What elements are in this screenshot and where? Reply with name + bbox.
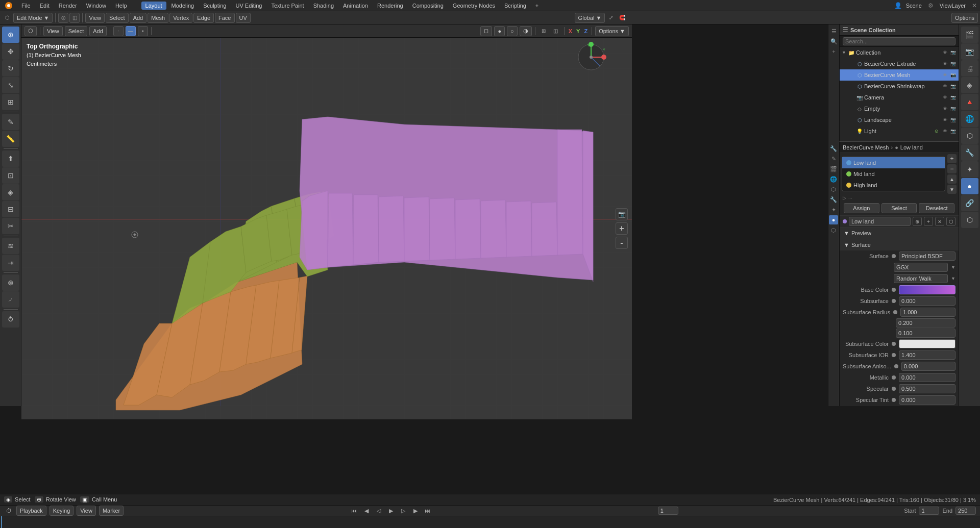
edge-btn[interactable]: Edge [193, 13, 214, 23]
light-visibility[interactable]: 👁 [941, 128, 948, 135]
modifier-prop-icon[interactable]: 🔧 [829, 195, 838, 204]
landscape-visibility[interactable]: 👁 [941, 116, 948, 123]
landscape-render[interactable]: 📷 [949, 116, 957, 123]
assign-btn[interactable]: Assign [844, 203, 879, 213]
select-mat-btn[interactable]: Select [881, 203, 917, 213]
preview-section-header[interactable]: ▼ Preview [840, 228, 959, 239]
material-unlink-btn[interactable]: ✕ [935, 217, 944, 226]
mode-dropdown[interactable]: Edit Mode ▼ [13, 13, 53, 23]
transform-icon[interactable]: ⤢ [606, 13, 616, 23]
camera-visibility[interactable]: 👁 [941, 94, 948, 101]
surface-section-header[interactable]: ▼ Surface [840, 239, 959, 250]
snap-icon[interactable]: 🧲 [617, 13, 627, 23]
settings-icon[interactable]: ⚙ [928, 2, 934, 9]
menu-render[interactable]: Render [55, 2, 81, 10]
light-render[interactable]: 📷 [949, 128, 957, 135]
bezier-shrink-visibility[interactable]: 👁 [941, 83, 948, 90]
material-item-high-land[interactable]: High land [842, 180, 945, 191]
bezier-shrink-render[interactable]: 📷 [949, 83, 957, 90]
timeline-track[interactable] [0, 516, 980, 528]
modifier-icon[interactable]: 🔧 [961, 144, 978, 161]
workspace-sculpting[interactable]: Sculpting [199, 2, 230, 10]
play-btn[interactable]: ▶ [386, 506, 396, 515]
world-icon[interactable]: 🌐 [961, 111, 978, 127]
timeline-playback-menu[interactable]: Playback [16, 506, 46, 516]
navigation-gizmo[interactable]: Y Y [576, 42, 606, 72]
constraints-icon[interactable]: 🔗 [961, 195, 978, 211]
deselect-btn[interactable]: Deselect [919, 203, 954, 213]
viewport-overlays-btn[interactable]: ⊞ [538, 26, 549, 36]
timeline-view-menu[interactable]: View [77, 506, 96, 516]
distribution-value[interactable]: GGX [894, 263, 948, 272]
world-prop-icon[interactable]: 🌐 [829, 174, 838, 184]
add-btn[interactable]: Add [130, 13, 147, 23]
viewport-shading-material[interactable]: ○ [507, 26, 518, 36]
next-keyframe-btn[interactable]: ▷ [399, 506, 408, 515]
timeline-marker-menu[interactable]: Marker [99, 506, 124, 516]
surface-shader-value[interactable]: Principled BSDF [899, 252, 955, 261]
current-frame-value[interactable]: 1 [658, 507, 678, 515]
transform-tool[interactable]: ⊞ [2, 94, 19, 110]
ol-item-collection[interactable]: ▼ 📁 Collection 👁 📷 [840, 47, 959, 58]
viewport-3d[interactable]: Top Orthographic (1) BezierCurve Mesh Ce… [21, 38, 632, 419]
workspace-texture-paint[interactable]: Texture Paint [267, 2, 308, 10]
face-btn[interactable]: Face [215, 13, 234, 23]
mesh-btn[interactable]: Mesh [148, 13, 168, 23]
workspace-shading[interactable]: Shading [309, 2, 338, 10]
edge-mode-btn[interactable]: — [126, 26, 136, 36]
object-props-icon[interactable]: ⬡ [961, 128, 978, 144]
workspace-scripting[interactable]: Scripting [500, 2, 530, 10]
subsurface-value[interactable]: 0.000 [899, 296, 955, 306]
bezier-extrude-render[interactable]: 📷 [949, 60, 957, 67]
bezier-mesh-visibility[interactable]: 👁 [941, 71, 948, 79]
shrink-tool[interactable]: ⊛ [2, 274, 19, 291]
vp-add-menu[interactable]: Add [89, 26, 107, 36]
jump-start-btn[interactable]: ⏮ [350, 506, 359, 515]
viewport-overlay-btn[interactable]: ◎ [58, 13, 68, 23]
ol-item-bezier-mesh[interactable]: ⬡ BezierCurve Mesh 👁 📷 [840, 69, 959, 81]
camera-view-btn[interactable]: 📷 [616, 208, 628, 220]
material-add-btn[interactable]: + [947, 154, 957, 163]
ol-item-bezier-shrinkwrap[interactable]: ⬡ BezierCurve Shrinkwrap 👁 📷 [840, 81, 959, 92]
object-data-icon[interactable]: ⬡ [829, 185, 838, 194]
camera-render[interactable]: 📷 [949, 94, 957, 101]
annotate-tool[interactable]: ✎ [2, 114, 19, 130]
bezier-extrude-visibility[interactable]: 👁 [941, 60, 948, 67]
empty-render[interactable]: 📷 [949, 105, 957, 112]
measure-tool[interactable]: 📏 [2, 131, 19, 147]
material-move-up-btn[interactable]: ▲ [947, 174, 957, 184]
output-props-icon[interactable]: 🖨 [961, 60, 978, 77]
jump-end-btn[interactable]: ⏭ [423, 506, 432, 515]
scene-icon[interactable]: 🔺 [961, 94, 978, 110]
move-tool[interactable]: ✥ [2, 43, 19, 60]
rotate-tool[interactable]: ↻ [2, 60, 19, 77]
vp-select-menu[interactable]: Select [65, 26, 88, 36]
empty-visibility[interactable]: 👁 [941, 105, 948, 112]
ol-add-icon[interactable]: + [829, 47, 839, 56]
vp-view-menu[interactable]: View [43, 26, 63, 36]
subsurface-radius-r[interactable]: 1.000 [900, 308, 955, 317]
loop-cut-tool[interactable]: ⊟ [2, 201, 19, 217]
filter-icon[interactable]: ☰ [829, 27, 839, 36]
scene-props-icon[interactable]: 🎬 [961, 27, 978, 43]
data-prop-icon[interactable]: ⬡ [829, 225, 838, 235]
material-node-btn[interactable]: ⬡ [946, 217, 955, 226]
object-icon[interactable]: ⬡ [2, 13, 12, 23]
workspace-rendering[interactable]: Rendering [373, 2, 407, 10]
workspace-layout[interactable]: Layout [141, 2, 166, 10]
ol-item-light[interactable]: 💡 Light ⊙ 👁 📷 [840, 125, 959, 137]
edge-slide-tool[interactable]: ⇥ [2, 255, 19, 271]
next-frame-btn[interactable]: ▶ [411, 506, 420, 515]
ol-item-empty[interactable]: ◇ Empty 👁 📷 [840, 103, 959, 114]
zoom-out-btn[interactable]: - [616, 237, 628, 249]
axis-y-btn[interactable]: Y [576, 28, 580, 34]
distribution-dropdown[interactable]: ▼ [951, 265, 955, 270]
collection-render[interactable]: 📷 [949, 49, 957, 56]
particles-icon[interactable]: ✦ [961, 161, 978, 178]
specular-value[interactable]: 0.500 [899, 384, 955, 393]
shear-tool[interactable]: ⟋ [2, 291, 19, 308]
bezier-mesh-render[interactable]: 📷 [949, 71, 957, 79]
extrude-tool[interactable]: ⬆ [2, 150, 19, 167]
timeline-keying-menu[interactable]: Keying [50, 506, 74, 516]
options-btn[interactable]: Options [951, 13, 978, 23]
